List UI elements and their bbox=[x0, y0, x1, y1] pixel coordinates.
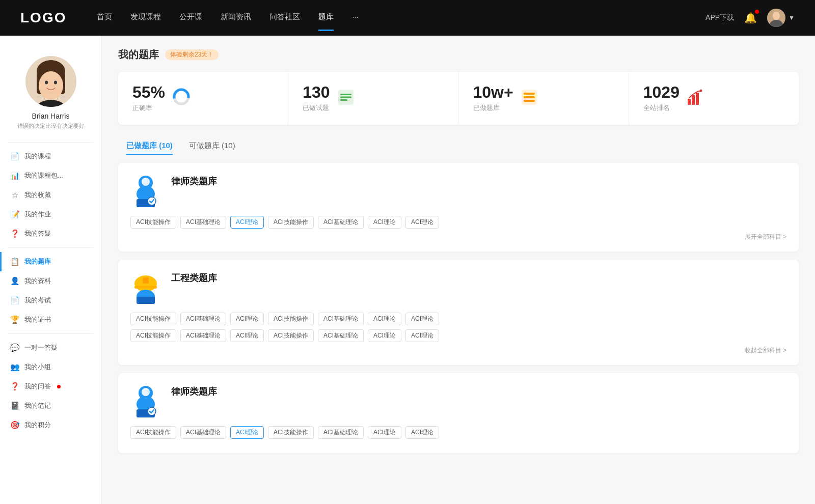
tag[interactable]: ACI基础理论 bbox=[318, 426, 364, 439]
tag[interactable]: ACI基础理论 bbox=[318, 216, 364, 229]
sidebar-profile: Brian Harris 错误的决定比没有决定要好 bbox=[0, 46, 101, 138]
qbank-icon-lawyer-2 bbox=[130, 383, 161, 419]
tag[interactable]: ACI理论 bbox=[405, 426, 439, 439]
sidebar-item-label: 我的收藏 bbox=[24, 190, 51, 200]
nav-open-course[interactable]: 公开课 bbox=[179, 12, 202, 24]
sidebar-item-favorites[interactable]: ☆ 我的收藏 bbox=[0, 185, 101, 205]
stat-done-number: 130 bbox=[303, 84, 330, 100]
qa-icon: ❓ bbox=[10, 229, 19, 238]
tag-active[interactable]: ACI理论 bbox=[230, 216, 264, 229]
collapse-link-2[interactable]: 收起全部科目 > bbox=[130, 346, 786, 355]
qbank-card-2: 工程类题库 ACI技能操作 ACI基础理论 ACI理论 ACI技能操作 ACI基… bbox=[118, 260, 799, 365]
svg-point-8 bbox=[45, 81, 48, 85]
tag[interactable]: ACI理论 bbox=[405, 313, 439, 325]
sidebar-item-qa[interactable]: ❓ 我的答疑 bbox=[0, 224, 101, 243]
sidebar-item-notes[interactable]: 📓 我的笔记 bbox=[0, 396, 101, 415]
tag[interactable]: ACI技能操作 bbox=[268, 426, 314, 439]
profile-motto: 错误的决定比没有决定要好 bbox=[17, 122, 85, 130]
tag[interactable]: ACI理论 bbox=[368, 313, 401, 325]
exam-icon: 📄 bbox=[10, 296, 19, 305]
logo: LOGO bbox=[20, 10, 66, 26]
tag[interactable]: ACI技能操作 bbox=[130, 216, 176, 229]
svg-rect-17 bbox=[340, 99, 347, 101]
app-download[interactable]: APP下载 bbox=[705, 13, 734, 22]
svg-rect-23 bbox=[692, 95, 695, 105]
main-content: 我的题库 体验剩余23天！ 55% 正确率 bbox=[102, 36, 815, 504]
notification-badge bbox=[755, 10, 759, 14]
tag[interactable]: ACI理论 bbox=[230, 313, 264, 325]
sidebar-item-label: 一对一答疑 bbox=[24, 343, 58, 352]
qbank-tags-1: ACI技能操作 ACI基础理论 ACI理论 ACI技能操作 ACI基础理论 AC… bbox=[130, 216, 786, 229]
qbank-icon-lawyer-1 bbox=[130, 173, 161, 209]
tag[interactable]: ACI技能操作 bbox=[130, 426, 176, 439]
nav-home[interactable]: 首页 bbox=[97, 12, 112, 24]
sidebar-item-myqa[interactable]: ❓ 我的问答 bbox=[0, 377, 101, 396]
tag[interactable]: ACI技能操作 bbox=[130, 329, 176, 342]
nav-news[interactable]: 新闻资讯 bbox=[221, 12, 251, 24]
tag[interactable]: ACI理论 bbox=[368, 216, 401, 229]
points-icon: 🎯 bbox=[10, 421, 19, 430]
tag[interactable]: ACI理论 bbox=[368, 329, 401, 342]
nav-qa[interactable]: 问答社区 bbox=[269, 12, 300, 24]
sidebar-item-label: 我的考试 bbox=[24, 296, 51, 305]
nav-more[interactable]: ··· bbox=[352, 12, 359, 24]
sidebar: Brian Harris 错误的决定比没有决定要好 📄 我的课程 📊 我的课程包… bbox=[0, 36, 102, 504]
tag[interactable]: ACI基础理论 bbox=[318, 329, 364, 342]
tag[interactable]: ACI理论 bbox=[230, 329, 264, 342]
tag[interactable]: ACI技能操作 bbox=[268, 313, 314, 325]
sidebar-item-points[interactable]: 🎯 我的积分 bbox=[0, 415, 101, 435]
stat-accuracy-number: 55% bbox=[132, 84, 165, 100]
tag[interactable]: ACI基础理论 bbox=[180, 216, 226, 229]
sidebar-item-label: 我的课程 bbox=[24, 152, 51, 161]
stat-done-questions: 130 已做试题 bbox=[288, 72, 458, 125]
stat-banks-icon bbox=[521, 89, 538, 108]
tag[interactable]: ACI基础理论 bbox=[180, 329, 226, 342]
stat-rank-number: 1029 bbox=[643, 84, 680, 100]
sidebar-item-profile[interactable]: 👤 我的资料 bbox=[0, 271, 101, 291]
tag[interactable]: ACI理论 bbox=[405, 216, 439, 229]
bell-icon[interactable]: 🔔 bbox=[744, 12, 757, 24]
profile-icon: 👤 bbox=[10, 276, 19, 286]
sidebar-item-course-package[interactable]: 📊 我的课程包... bbox=[0, 166, 101, 185]
sidebar-item-label: 我的答疑 bbox=[24, 229, 51, 238]
tag[interactable]: ACI技能操作 bbox=[268, 329, 314, 342]
svg-rect-33 bbox=[143, 277, 149, 284]
sidebar-item-qbank[interactable]: 📋 我的题库 bbox=[0, 252, 101, 271]
sidebar-item-homework[interactable]: 📝 我的作业 bbox=[0, 205, 101, 224]
tag[interactable]: ACI理论 bbox=[405, 329, 439, 342]
tag[interactable]: ACI基础理论 bbox=[318, 313, 364, 325]
svg-rect-32 bbox=[134, 286, 157, 289]
svg-rect-22 bbox=[688, 99, 691, 105]
tab-done-banks[interactable]: 已做题库 (10) bbox=[118, 137, 181, 155]
stat-banks-label: 已做题库 bbox=[473, 103, 513, 113]
sidebar-item-label: 我的作业 bbox=[24, 210, 51, 219]
tag[interactable]: ACI技能操作 bbox=[268, 216, 314, 229]
notes-icon: 📓 bbox=[10, 401, 19, 410]
sidebar-item-courses[interactable]: 📄 我的课程 bbox=[0, 147, 101, 166]
tag[interactable]: ACI基础理论 bbox=[180, 313, 226, 325]
stat-done-label: 已做试题 bbox=[303, 103, 330, 113]
sidebar-item-label: 我的课程包... bbox=[24, 171, 63, 180]
tab-available-banks[interactable]: 可做题库 (10) bbox=[181, 137, 243, 155]
tag-active[interactable]: ACI理论 bbox=[230, 426, 264, 439]
tag[interactable]: ACI技能操作 bbox=[130, 313, 176, 325]
sidebar-divider-1 bbox=[8, 142, 93, 143]
expand-link-1[interactable]: 展开全部科目 > bbox=[130, 233, 786, 241]
sidebar-item-certificate[interactable]: 🏆 我的证书 bbox=[0, 310, 101, 329]
courses-icon: 📄 bbox=[10, 152, 19, 161]
sidebar-item-label: 我的资料 bbox=[24, 276, 51, 286]
sidebar-item-exam[interactable]: 📄 我的考试 bbox=[0, 291, 101, 310]
stat-rank: 1029 全站排名 bbox=[629, 72, 799, 125]
sidebar-item-tutor[interactable]: 💬 一对一答疑 bbox=[0, 338, 101, 357]
qbank-title-1: 律师类题库 bbox=[171, 173, 217, 187]
profile-name: Brian Harris bbox=[32, 112, 70, 120]
svg-rect-35 bbox=[137, 297, 155, 304]
sidebar-item-label: 我的积分 bbox=[24, 421, 51, 430]
avatar bbox=[767, 9, 785, 27]
user-avatar-wrap[interactable]: ▼ bbox=[767, 9, 795, 27]
sidebar-item-group[interactable]: 👥 我的小组 bbox=[0, 357, 101, 377]
nav-discover[interactable]: 发现课程 bbox=[130, 12, 161, 24]
nav-qbank[interactable]: 题库 bbox=[318, 12, 334, 24]
tag[interactable]: ACI基础理论 bbox=[180, 426, 226, 439]
tag[interactable]: ACI理论 bbox=[368, 426, 401, 439]
